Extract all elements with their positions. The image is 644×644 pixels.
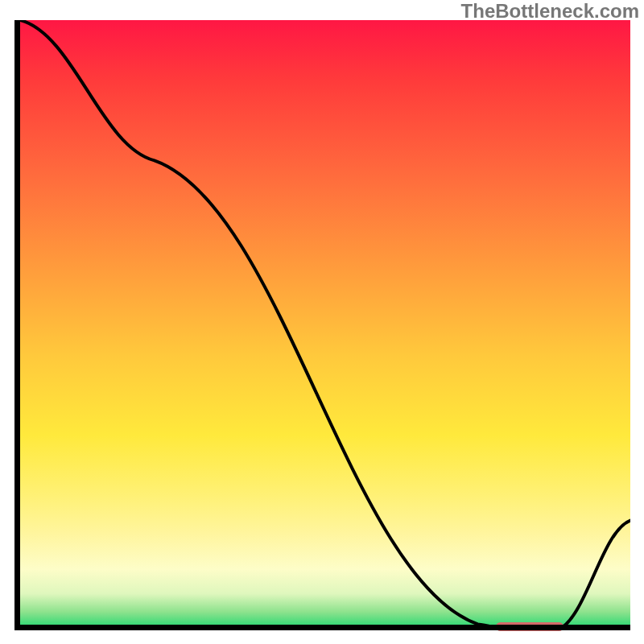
chart-container: TheBottleneck.com bbox=[0, 0, 644, 644]
x-axis bbox=[20, 625, 630, 630]
axis-corner bbox=[14, 625, 20, 630]
watermark-label: TheBottleneck.com bbox=[461, 0, 639, 23]
plot-gradient-background bbox=[20, 20, 630, 630]
y-axis bbox=[14, 20, 20, 630]
